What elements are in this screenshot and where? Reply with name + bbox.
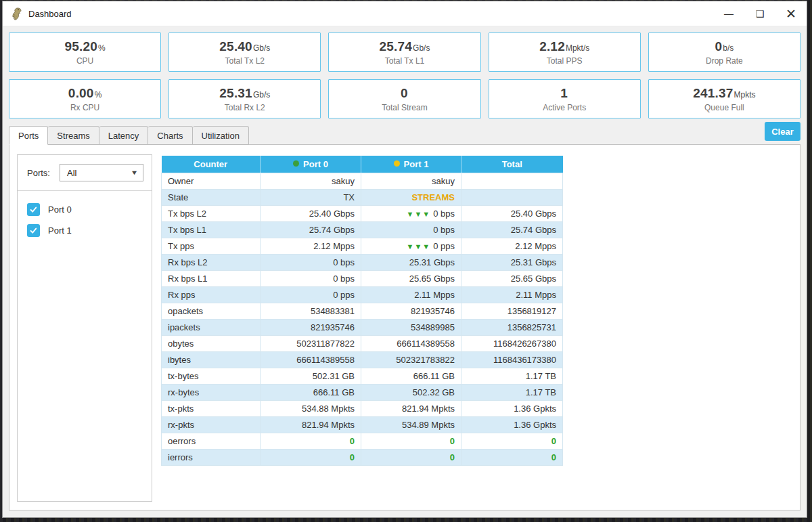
counter-name-cell: Owner [162,173,261,189]
counter-value-cell: 0 pps [261,286,361,303]
counter-value-cell: 534.88 Mpkts [261,400,361,416]
stat-label: Active Ports [543,103,586,112]
table-row-tx-pkts: tx-pkts534.88 Mpkts821.94 Mpkts1.36 Gpkt… [162,400,563,416]
table-row-rx-pps: Rx pps0 pps2.11 Mpps2.11 Mpps [162,286,563,303]
counter-value-cell: 1356819127 [461,303,563,319]
counter-name-cell: State [162,189,261,205]
port-checkbox-row: Port 0 [18,199,152,220]
maximize-button[interactable]: ❑ [744,1,775,26]
counter-value-cell: 0 [261,433,361,449]
stat-value: 25.74 [380,39,413,53]
table-row-tx-pps: Tx pps2.12 Mpps▼▼▼0 pps2.12 Mpps [162,238,563,254]
counter-value-cell: 502.31 GB [261,368,361,384]
table-row-owner: Ownersakuysakuy [162,173,563,189]
stat-value: 0.00 [68,86,94,100]
counter-value-cell: 1168426267380 [461,335,563,351]
counter-value-cell: 1.17 TB [461,384,563,400]
tab-latency[interactable]: Latency [99,126,149,145]
stat-value-row: 25.74Gb/s [380,39,430,56]
counter-name-cell: tx-bytes [162,368,261,384]
counter-name-cell: tx-pkts [162,400,261,416]
stat-unit: % [98,43,106,53]
tab-ports[interactable]: Ports [9,126,48,145]
stat-value-row: 0 [401,86,409,102]
close-button[interactable]: ✕ [775,1,807,26]
counter-value-cell: 1.36 Gpkts [461,416,563,433]
chevron-down-icon: ▼ [131,169,139,176]
port-checkbox-list: Port 0 Port 1 [18,191,152,241]
stat-value: 95.20 [64,39,97,53]
stat-label: Total Tx L1 [385,56,424,66]
stat-value-row: 0b/s [715,39,734,56]
counter-value-cell: 1168436173380 [461,351,563,368]
stat-value-row: 241.37Mpkts [693,86,755,102]
table-body: OwnersakuysakuyStateTXSTREAMSTx bps L225… [162,173,563,465]
stat-card: 1 Active Ports [489,79,641,118]
stat-value: 1 [560,86,568,100]
counter-value-cell: TX [261,189,361,205]
table-row-ibytes: ibytes6661143895585023217838221168436173… [162,351,563,368]
stat-label: Queue Full [704,103,744,112]
counter-value-cell: 0 bps [261,270,361,286]
counter-value-cell: ▼▼▼0 bps [361,205,461,221]
table-row-obytes: obytes5023118778226661143895581168426267… [162,335,563,351]
counter-value-cell: 0 bps [261,254,361,270]
column-header-port-0: Port 0 [261,156,361,173]
port-status-dot [394,160,400,167]
tab-charts[interactable]: Charts [148,126,192,145]
table-row-rx-bytes: rx-bytes666.11 GB502.32 GB1.17 TB [162,384,563,400]
title-bar: Dashboard —❑✕ [3,1,807,26]
counter-value-cell: 821935746 [261,319,361,335]
ports-tab-content: Ports: All ▼ Port 0 Port 1 [9,144,800,510]
stat-value: 2.12 [539,39,565,53]
dashboard-window: Dashboard —❑✕ 95.20% CPU 25.40Gb/s Total… [2,1,807,518]
counter-value-cell: 0 bps [361,221,461,238]
counters-table-wrap: CounterPort 0Port 1Total Ownersakuysakuy… [161,156,563,466]
column-header-total: Total [461,156,563,173]
tab-streams[interactable]: Streams [48,126,99,145]
counter-value-cell: 666.11 GB [261,384,361,400]
counter-value-cell: 2.12 Mpps [261,238,361,254]
stat-value: 0 [401,86,408,100]
stat-label: Drop Rate [706,56,743,66]
table-row-tx-bps-l2: Tx bps L225.40 Gbps▼▼▼0 bps25.40 Gbps [162,205,563,221]
stat-value: 25.40 [219,39,252,53]
counter-value-cell: STREAMS [361,189,461,205]
ports-filter-header: Ports: All ▼ [18,155,152,191]
stat-label: Total Rx L2 [225,103,265,112]
table-row-ierrors: ierrors000 [162,449,563,465]
counter-value-cell: 534889985 [361,319,461,335]
port-status-dot [293,160,299,167]
counter-value-cell: 25.74 Gbps [261,221,361,238]
ports-dropdown-value: All [67,168,131,178]
port-checkbox[interactable] [27,224,40,237]
counter-value-cell: 0 [261,449,361,465]
counter-value-cell: 534883381 [261,303,361,319]
ports-dropdown[interactable]: All ▼ [60,164,143,181]
column-header-port-1: Port 1 [361,156,461,173]
table-header-row: CounterPort 0Port 1Total [162,156,563,173]
minimize-button[interactable]: — [713,1,744,26]
stat-card: 2.12Mpkt/s Total PPS [489,32,641,72]
counter-value-cell: 666114389558 [261,351,361,368]
counter-value-cell: 1356825731 [461,319,563,335]
stat-label: Rx CPU [70,103,99,112]
tab-utilization[interactable]: Utilization [193,126,249,145]
counter-value-cell: sakuy [361,173,461,189]
counter-name-cell: oerrors [162,433,261,449]
counter-value-cell: 666114389558 [361,335,461,351]
trex-app-icon [11,7,22,20]
check-icon [29,205,38,214]
ports-label: Ports: [27,168,50,178]
counter-value-cell: 25.65 Gbps [461,270,563,286]
counter-value-cell: 25.65 Gbps [361,270,461,286]
stat-card: 95.20% CPU [9,32,161,72]
stat-card: 0b/s Drop Rate [648,32,800,72]
table-row-rx-bps-l1: Rx bps L10 bps25.65 Gbps25.65 Gbps [162,270,563,286]
counter-value-cell: 534.89 Mpkts [361,416,461,433]
counter-value-cell: 25.74 Gbps [461,221,563,238]
counter-value-cell: 2.12 Mpps [461,238,563,254]
counter-value-cell: ▼▼▼0 pps [361,238,461,254]
stat-value-row: 0.00% [68,86,102,102]
port-checkbox[interactable] [27,203,40,216]
